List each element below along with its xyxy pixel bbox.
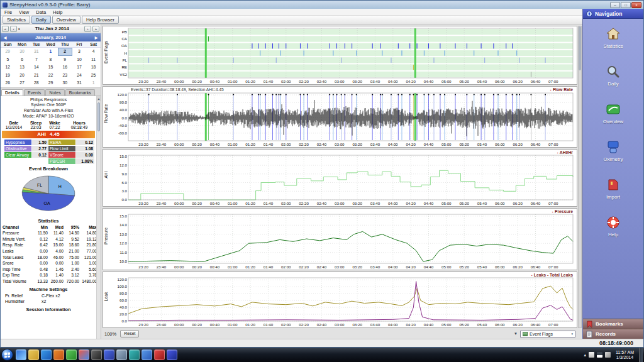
nav-item-overview[interactable]: Overview bbox=[583, 102, 643, 124]
calendar-day-cell[interactable]: 14 bbox=[29, 63, 43, 72]
calendar-day-cell[interactable]: 1 bbox=[86, 79, 101, 87]
minimize-button[interactable]: – bbox=[610, 2, 620, 8]
next-day-button-1[interactable]: » bbox=[92, 26, 99, 32]
menu-data[interactable]: Data bbox=[36, 9, 46, 15]
menu-file[interactable]: File bbox=[4, 9, 12, 15]
show-desktop-button[interactable] bbox=[639, 348, 643, 362]
dropdown-arrow-icon[interactable]: ▼ bbox=[514, 332, 518, 336]
leak-plot[interactable]: 23:2023:4000:0000:2000:4001:0001:2001:40… bbox=[103, 272, 577, 327]
chart-scroll-thumb[interactable] bbox=[579, 26, 581, 70]
calendar-day-cell[interactable]: 10 bbox=[72, 56, 87, 64]
chart-scrollbar[interactable] bbox=[578, 26, 582, 328]
calendar-day-cell[interactable]: 13 bbox=[15, 63, 30, 72]
calendar-day-cell[interactable]: 19 bbox=[1, 72, 15, 80]
adobe-reader-icon[interactable] bbox=[154, 349, 165, 360]
nav-item-oximetry[interactable]: Oximetry bbox=[583, 140, 643, 162]
calendar-next-icon[interactable]: ▶ bbox=[92, 35, 101, 40]
calendar-day-cell[interactable]: 24 bbox=[72, 72, 87, 80]
media-player-icon[interactable] bbox=[16, 349, 26, 360]
graph-selector-combo[interactable]: Event Flags ▾ bbox=[520, 331, 575, 337]
menu-help[interactable]: Help bbox=[53, 9, 62, 15]
calendar-day-cell[interactable]: 23 bbox=[58, 72, 72, 80]
tab-notes[interactable]: Notes bbox=[45, 89, 64, 96]
tab-overview[interactable]: Overview bbox=[52, 16, 80, 24]
calendar-day-cell[interactable]: 3 bbox=[72, 48, 87, 56]
internet-explorer-icon[interactable] bbox=[41, 349, 52, 360]
calendar-prev-icon[interactable]: ◀ bbox=[1, 35, 9, 40]
tab-statistics[interactable]: Statistics bbox=[3, 16, 30, 24]
calendar-day-cell[interactable]: 15 bbox=[43, 63, 58, 72]
calendar-day-cell[interactable]: 30 bbox=[58, 79, 72, 87]
collapse-toggle-icon[interactable]: ▾ bbox=[18, 27, 20, 31]
calendar-day-cell[interactable]: 6 bbox=[15, 56, 30, 64]
calendar-day-cell[interactable]: 27 bbox=[15, 79, 30, 87]
firefox-icon[interactable] bbox=[53, 349, 64, 360]
tab-events[interactable]: Events bbox=[24, 89, 45, 96]
navigation-header[interactable]: Navigation bbox=[583, 9, 643, 19]
terminal-icon[interactable] bbox=[91, 349, 102, 360]
nav-item-daily[interactable]: Daily bbox=[583, 64, 643, 87]
prev-day-button-1[interactable]: ‹ bbox=[10, 26, 17, 32]
tab-daily[interactable]: Daily bbox=[31, 16, 51, 24]
prev-day-button-0[interactable]: « bbox=[2, 26, 9, 32]
pressure-plot[interactable]: 23:2023:4000:0000:2000:4001:0001:2001:40… bbox=[103, 209, 577, 270]
calendar-day-cell[interactable]: 31 bbox=[29, 48, 43, 56]
calendar-day-cell[interactable]: 11 bbox=[86, 56, 101, 64]
volume-icon[interactable] bbox=[605, 352, 611, 358]
calendar-day-cell[interactable]: 2 bbox=[58, 48, 72, 56]
calendar-day-cell[interactable]: 30 bbox=[15, 48, 30, 56]
calendar-day-cell[interactable]: 8 bbox=[43, 56, 58, 64]
taskbar-clock[interactable]: 11:57 AM 1/3/2014 bbox=[613, 350, 636, 360]
calendar-day-cell[interactable]: 1 bbox=[43, 48, 58, 56]
calendar-day-cell[interactable]: 20 bbox=[15, 72, 30, 80]
calendar-day-cell[interactable]: 9 bbox=[58, 56, 72, 64]
flow-rate-plot[interactable]: 23:2023:4000:0000:2000:4001:0001:2001:40… bbox=[103, 87, 577, 147]
teal-app-icon[interactable] bbox=[129, 349, 140, 360]
calendar-day-cell[interactable]: 4 bbox=[86, 48, 101, 56]
calendar-day-cell[interactable]: 21 bbox=[29, 72, 43, 80]
nav-item-help[interactable]: Help bbox=[583, 215, 643, 238]
chrome-icon[interactable] bbox=[79, 349, 89, 360]
scroll-up-icon[interactable]: ▲ bbox=[97, 96, 101, 101]
calendar-day-cell[interactable]: 18 bbox=[86, 63, 101, 72]
tab-help-browser[interactable]: Help Browser bbox=[82, 16, 119, 24]
action-center-icon[interactable] bbox=[589, 352, 594, 358]
calendar-day-cell[interactable]: 22 bbox=[43, 72, 58, 80]
ahi-plot[interactable]: 23:2023:4000:0000:2000:4001:0001:2001:40… bbox=[103, 150, 577, 206]
blue-app-icon[interactable] bbox=[104, 349, 114, 360]
nav-item-import[interactable]: Import bbox=[583, 177, 643, 200]
green-app-icon[interactable] bbox=[66, 349, 77, 360]
calendar-day-cell[interactable]: 28 bbox=[29, 79, 43, 87]
next-day-button-0[interactable]: › bbox=[84, 26, 91, 32]
title-bar[interactable]: SleepyHead v0.9.3-0 (Profile: Barry) –□× bbox=[1, 1, 643, 9]
navy-app-icon[interactable] bbox=[167, 349, 177, 360]
calendar-day-cell[interactable]: 16 bbox=[58, 63, 72, 72]
calendar-day-cell[interactable]: 31 bbox=[72, 79, 87, 87]
calendar-day-cell[interactable]: 29 bbox=[43, 79, 58, 87]
section-bookmarks[interactable]: Bookmarks bbox=[583, 319, 643, 329]
calendar-day-cell[interactable]: 29 bbox=[1, 48, 15, 56]
menu-view[interactable]: View bbox=[19, 9, 29, 15]
maximize-button[interactable]: □ bbox=[621, 2, 631, 8]
lightblue-app-icon[interactable] bbox=[142, 349, 152, 360]
calendar-day-cell[interactable]: 5 bbox=[1, 56, 15, 64]
calendar-day-cell[interactable]: 17 bbox=[72, 63, 87, 72]
explorer-folder-icon[interactable] bbox=[28, 349, 39, 360]
calendar-day-cell[interactable]: 25 bbox=[86, 72, 101, 80]
section-records[interactable]: Records bbox=[583, 329, 643, 339]
network-icon[interactable] bbox=[597, 352, 602, 358]
calendar-day-cell[interactable]: 26 bbox=[1, 79, 15, 87]
details-scrollbar[interactable]: ▲ bbox=[96, 96, 101, 339]
close-button[interactable]: × bbox=[631, 2, 641, 8]
hidden-icons-arrow[interactable]: ▴ bbox=[584, 353, 586, 358]
details-scroll-thumb[interactable] bbox=[97, 102, 100, 131]
reset-zoom-button[interactable]: Reset bbox=[120, 330, 139, 337]
tab-bookmarks[interactable]: Bookmarks bbox=[65, 89, 95, 96]
calendar-day-cell[interactable]: 12 bbox=[1, 63, 15, 72]
gray-app-icon[interactable] bbox=[116, 349, 127, 360]
event-flags-plot[interactable]: 23:2023:4000:0000:2000:4001:0001:2001:40… bbox=[103, 26, 577, 84]
calendar-day-cell[interactable]: 7 bbox=[29, 56, 43, 64]
nav-item-statistics[interactable]: Statistics bbox=[583, 26, 643, 49]
tab-details[interactable]: Details bbox=[1, 89, 23, 96]
start-button[interactable] bbox=[1, 349, 13, 361]
